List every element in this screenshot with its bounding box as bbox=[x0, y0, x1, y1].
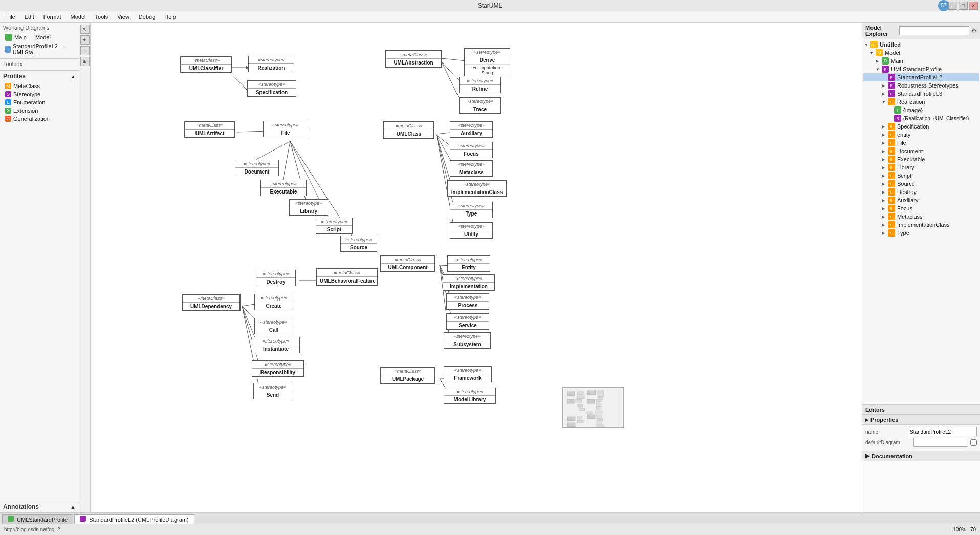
tree-item-implclass-tree[interactable]: ▶ S ImplementationClass bbox=[863, 221, 979, 229]
node-call[interactable]: «stereotype» Call bbox=[254, 318, 293, 334]
tree-item-metaclass-tree[interactable]: ▶ S Metaclass bbox=[863, 212, 979, 221]
model-explorer-search[interactable] bbox=[899, 26, 969, 35]
node-derive[interactable]: «stereotype» Derive +computation: String bbox=[464, 48, 510, 76]
documentation-header[interactable]: ▶ Documentation bbox=[862, 451, 980, 461]
tree-item-executable-tree[interactable]: ▶ S Executable bbox=[863, 155, 979, 163]
close-button[interactable]: ✕ bbox=[969, 2, 978, 10]
node-umlcomponent[interactable]: «metaClass» UMLComponent bbox=[380, 255, 435, 272]
tree-item-destroy-tree[interactable]: ▶ S Destroy bbox=[863, 188, 979, 196]
tree-item-robustness[interactable]: ▶ P Robustness Stereotypes bbox=[863, 81, 979, 90]
profiles-toggle[interactable]: ▲ bbox=[71, 74, 76, 79]
node-script[interactable]: «stereotype» Script bbox=[316, 218, 353, 234]
properties-header[interactable]: ▶ Properties bbox=[862, 415, 980, 425]
node-refine[interactable]: «stereotype» Refine bbox=[459, 77, 501, 93]
node-destroy[interactable]: «stereotype» Destroy bbox=[256, 270, 296, 286]
tree-item-standardprofilel2[interactable]: P StandardProfileL2 bbox=[863, 73, 979, 81]
node-entity[interactable]: «stereotype» Entity bbox=[447, 255, 490, 272]
node-focus[interactable]: «stereotype» Focus bbox=[450, 142, 493, 158]
node-metaclass[interactable]: «stereotype» Metaclass bbox=[450, 160, 493, 177]
node-specification[interactable]: «stereotype» Specification bbox=[247, 80, 296, 97]
node-realization[interactable]: «stereotype» Realization bbox=[248, 56, 294, 72]
node-executable[interactable]: «stereotype» Executable bbox=[260, 180, 307, 196]
node-process[interactable]: «stereotype» Process bbox=[446, 293, 489, 310]
diagram-item-main[interactable]: Main — Model bbox=[3, 33, 76, 42]
tree-item-umlstandardprofile[interactable]: ▼ P UMLStandardProfile bbox=[863, 65, 979, 73]
prop-defaultdiagram-checkbox[interactable] bbox=[970, 439, 977, 446]
node-implclass[interactable]: «stereotype» ImplementationClass bbox=[447, 180, 507, 197]
toolbar-fit[interactable]: ⊞ bbox=[80, 57, 90, 66]
menu-help[interactable]: Help bbox=[160, 13, 180, 21]
node-source[interactable]: «stereotype» Source bbox=[340, 236, 377, 252]
node-send[interactable]: «stereotype» Send bbox=[253, 383, 292, 399]
tree-item-main[interactable]: ▶ D Main bbox=[863, 57, 979, 65]
node-document[interactable]: «stereotype» Document bbox=[235, 160, 279, 176]
node-umlpackage[interactable]: «metaClass» UMLPackage bbox=[380, 367, 435, 384]
menu-view[interactable]: View bbox=[113, 13, 134, 21]
node-modellibrary[interactable]: «stereotype» ModelLibrary bbox=[444, 388, 496, 404]
node-umlbehavioralfeature[interactable]: «metaClass» UMLBehavioralFeature bbox=[316, 268, 378, 286]
minimize-button[interactable]: — bbox=[948, 2, 957, 10]
profile-item-stereotype[interactable]: S Stereotype bbox=[3, 90, 76, 98]
tab-standardprofilel2[interactable]: StandardProfileL2 (UMLProfileDiagram) bbox=[74, 514, 194, 524]
canvas-scroll[interactable]: «metaClass» UMLClassifier «stereotype» R… bbox=[79, 23, 862, 512]
profile-item-enumeration[interactable]: E Enumeration bbox=[3, 98, 76, 106]
tree-item-untitled[interactable]: ▼ P Untitled bbox=[863, 40, 979, 49]
node-file[interactable]: «stereotype» File bbox=[263, 121, 308, 137]
node-framework[interactable]: «stereotype» Framework bbox=[444, 366, 492, 382]
menu-format[interactable]: Format bbox=[39, 13, 66, 21]
diagram-item-standardprofile[interactable]: StandardProfileL2 — UMLSta... bbox=[3, 42, 76, 56]
node-umldependency[interactable]: «metaClass» UMLDependency bbox=[182, 294, 241, 311]
maximize-button[interactable]: □ bbox=[959, 2, 968, 10]
menu-debug[interactable]: Debug bbox=[135, 13, 159, 21]
toolbar-zoom-in[interactable]: + bbox=[80, 35, 90, 45]
prop-name-input[interactable] bbox=[908, 427, 977, 436]
tree-item-source-tree[interactable]: ▶ S Source bbox=[863, 180, 979, 188]
connections-svg bbox=[91, 23, 628, 432]
menu-edit[interactable]: Edit bbox=[20, 13, 38, 21]
node-implementation[interactable]: «stereotype» Implementation bbox=[443, 274, 495, 291]
tree-item-focus-tree[interactable]: ▶ S Focus bbox=[863, 204, 979, 212]
node-umlclass[interactable]: «metaClass» UMLClass bbox=[383, 121, 434, 139]
svg-line-7 bbox=[283, 141, 290, 180]
me-settings-icon[interactable]: ⚙ bbox=[971, 27, 977, 34]
tree-item-document-tree[interactable]: ▶ S Document bbox=[863, 147, 979, 155]
toolbar-select[interactable]: ↖ bbox=[80, 25, 90, 34]
node-umlclassifier[interactable]: «metaClass» UMLClassifier bbox=[180, 56, 232, 73]
node-umlartifact[interactable]: «metaClass» UMLArtifact bbox=[184, 121, 235, 138]
node-type[interactable]: «stereotype» Type bbox=[450, 202, 493, 218]
profile-item-metaclass[interactable]: M MetaClass bbox=[3, 82, 76, 90]
source-tree-icon: S bbox=[888, 180, 895, 187]
tree-item-specification[interactable]: ▶ S Specification bbox=[863, 122, 979, 131]
tab-umlstandardprofile[interactable]: UMLStandardProfile bbox=[2, 514, 73, 524]
menu-tools[interactable]: Tools bbox=[91, 13, 113, 21]
node-umlabstraction[interactable]: «metaClass» UMLAbstraction bbox=[385, 50, 442, 68]
annotations-toggle[interactable]: ▲ bbox=[70, 504, 76, 510]
menu-model[interactable]: Model bbox=[67, 13, 90, 21]
node-utility[interactable]: «stereotype» Utility bbox=[450, 222, 493, 239]
tree-item-standardl3[interactable]: ▶ P StandardProfileL3 bbox=[863, 90, 979, 98]
node-responsibility[interactable]: «stereotype» Responsibility bbox=[252, 360, 304, 377]
node-trace[interactable]: «stereotype» Trace bbox=[459, 97, 501, 114]
tree-item-type-tree[interactable]: ▶ S Type bbox=[863, 229, 979, 237]
node-create[interactable]: «stereotype» Create bbox=[254, 294, 293, 310]
tree-item-model[interactable]: ▼ M Model bbox=[863, 49, 979, 57]
node-subsystem[interactable]: «stereotype» Subsystem bbox=[444, 332, 491, 349]
tree-item-library-tree[interactable]: ▶ S Library bbox=[863, 163, 979, 172]
profile-item-generalization[interactable]: G Generalization bbox=[3, 115, 76, 123]
tree-item-script-tree[interactable]: ▶ S Script bbox=[863, 172, 979, 180]
node-auxiliary[interactable]: «stereotype» Auxiliary bbox=[450, 121, 493, 138]
toolbar-zoom-out[interactable]: − bbox=[80, 46, 90, 55]
menu-file[interactable]: File bbox=[2, 13, 19, 21]
tree-item-file-tree[interactable]: ▶ S File bbox=[863, 139, 979, 147]
node-service[interactable]: «stereotype» Service bbox=[446, 313, 489, 330]
tree-item-auxiliary-tree[interactable]: ▶ S Auxiliary bbox=[863, 196, 979, 204]
node-instantiate[interactable]: «stereotype» Instantiate bbox=[252, 337, 300, 353]
profile-item-extension[interactable]: X Extension bbox=[3, 106, 76, 115]
node-library[interactable]: «stereotype» Library bbox=[289, 199, 328, 216]
tree-item-realization-umlclassifier[interactable]: R (Realization→UMLClassifier) bbox=[863, 114, 979, 122]
documentation-content[interactable] bbox=[862, 461, 980, 512]
tree-item-entity-tree[interactable]: ▶ S entity bbox=[863, 131, 979, 139]
tree-item-image[interactable]: I {Image} bbox=[863, 106, 979, 114]
tree-item-realization[interactable]: ▼ S Realization bbox=[863, 98, 979, 106]
prop-defaultdiagram-input[interactable] bbox=[913, 438, 967, 447]
